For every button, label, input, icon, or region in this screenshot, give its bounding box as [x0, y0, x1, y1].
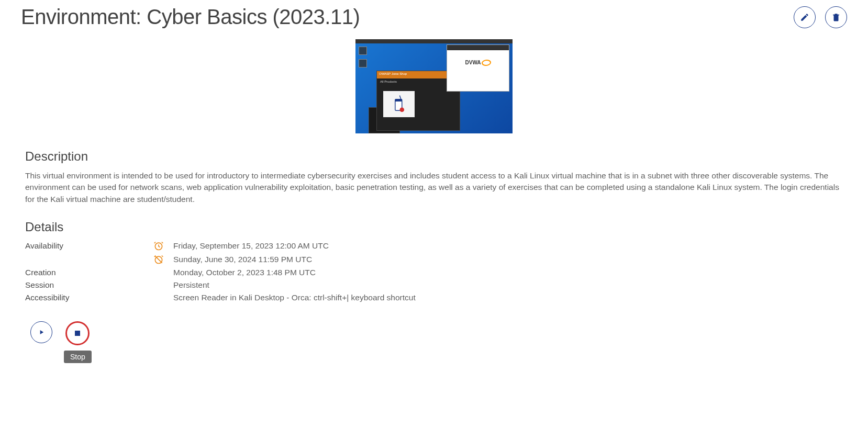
stop-button[interactable]	[65, 321, 90, 345]
page-header: Environment: Cyber Basics (2023.11)	[21, 5, 847, 29]
play-icon	[38, 329, 45, 336]
details-grid: Availability Friday, September 15, 2023 …	[25, 241, 847, 302]
description-body: This virtual environment is intended to …	[25, 170, 847, 205]
svg-point-3	[399, 107, 404, 112]
delete-button[interactable]	[825, 6, 847, 28]
trash-icon	[831, 13, 841, 22]
availability-end: Sunday, June 30, 2024 11:59 PM UTC	[173, 255, 847, 264]
stop-icon	[75, 331, 80, 336]
creation-value: Monday, October 2, 2023 1:48 PM UTC	[173, 268, 847, 277]
stop-tooltip: Stop	[64, 351, 92, 363]
alarm-off-icon	[153, 254, 173, 265]
details-heading: Details	[25, 220, 847, 234]
session-label: Session	[25, 280, 153, 290]
session-value: Persistent	[173, 280, 847, 290]
creation-label: Creation	[25, 268, 153, 277]
environment-thumbnail: OWASP Juice Shop All Products DVWA	[355, 39, 513, 133]
environment-controls: Stop	[30, 321, 847, 363]
dvwa-logo: DVWA	[447, 60, 509, 66]
environment-thumbnail-wrap: OWASP Juice Shop All Products DVWA	[21, 39, 847, 133]
header-actions	[794, 6, 847, 28]
play-button[interactable]	[30, 321, 52, 343]
description-heading: Description	[25, 149, 847, 164]
alarm-on-icon	[153, 241, 173, 251]
edit-button[interactable]	[794, 6, 816, 28]
page-title: Environment: Cyber Basics (2023.11)	[21, 5, 360, 29]
accessibility-value: Screen Reader in Kali Desktop - Orca: ct…	[173, 293, 847, 302]
pencil-icon	[800, 13, 809, 22]
accessibility-label: Accessibility	[25, 293, 153, 302]
availability-label: Availability	[25, 241, 153, 251]
availability-start: Friday, September 15, 2023 12:00 AM UTC	[173, 241, 847, 251]
